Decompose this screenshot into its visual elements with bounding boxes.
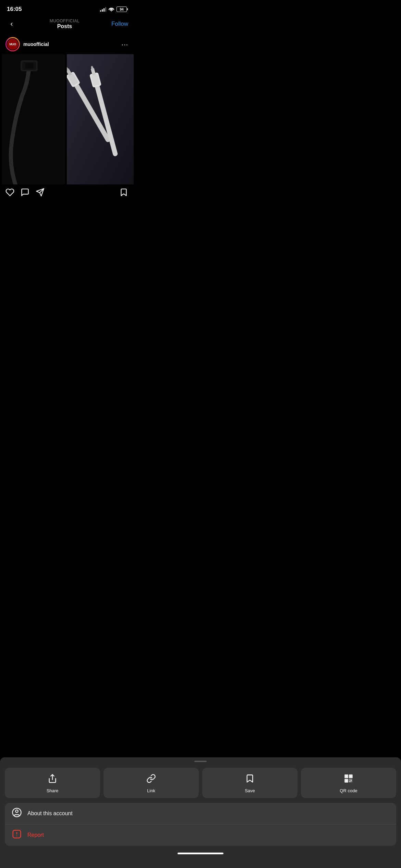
action-bar xyxy=(0,184,134,202)
back-button[interactable]: ‹ xyxy=(5,18,18,30)
back-chevron-icon: ‹ xyxy=(10,20,13,28)
wifi-icon xyxy=(108,7,114,12)
nav-title: MUOOFFICIAL Posts xyxy=(18,19,111,29)
post-header: MUO muoofficial ··· xyxy=(0,34,134,54)
status-icons: 94 xyxy=(100,7,127,12)
post-image-left xyxy=(0,54,67,184)
save-post-button[interactable] xyxy=(119,188,128,198)
cable-left-art xyxy=(0,54,67,184)
follow-button[interactable]: Follow xyxy=(111,19,128,29)
svg-rect-5 xyxy=(67,54,134,184)
battery-icon: 94 xyxy=(117,7,127,12)
nav-posts-label: Posts xyxy=(18,23,111,29)
battery-level: 94 xyxy=(120,8,123,11)
cable-right-art xyxy=(67,54,134,184)
status-time: 16:05 xyxy=(7,6,22,13)
action-left-icons xyxy=(5,188,45,198)
nav-account-name: MUOOFFICIAL xyxy=(18,19,111,23)
top-nav: ‹ MUOOFFICIAL Posts Follow xyxy=(0,16,134,34)
post-username[interactable]: muoofficial xyxy=(23,41,49,47)
svg-rect-3 xyxy=(25,63,33,69)
avatar-inner: MUO xyxy=(7,38,19,50)
status-bar: 16:05 94 xyxy=(0,0,134,16)
more-options-button[interactable]: ··· xyxy=(121,41,128,48)
post-image xyxy=(0,54,134,184)
avatar-ring[interactable]: MUO xyxy=(5,37,20,51)
post-user-info: MUO muoofficial xyxy=(5,37,49,51)
signal-icon xyxy=(100,7,106,12)
avatar-logo: MUO xyxy=(7,39,18,50)
like-button[interactable] xyxy=(5,188,14,198)
post-image-right xyxy=(67,54,134,184)
share-post-button[interactable] xyxy=(36,188,45,198)
comment-button[interactable] xyxy=(21,188,29,198)
